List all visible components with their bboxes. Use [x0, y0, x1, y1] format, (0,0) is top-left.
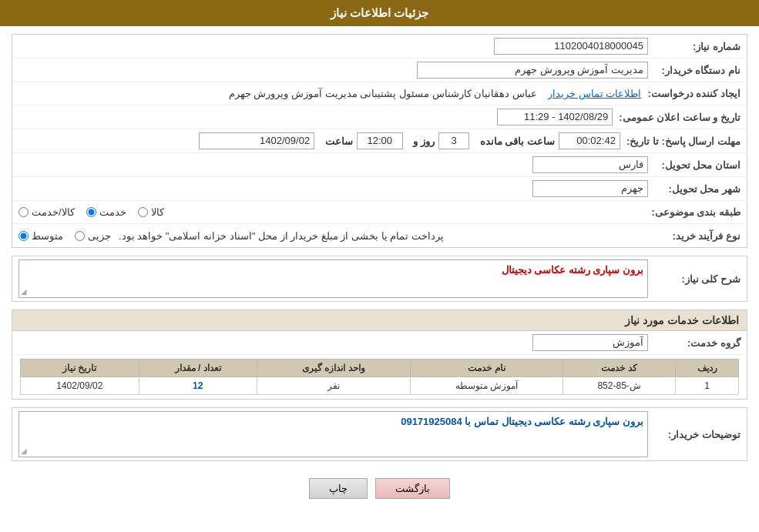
category-khadamat-radio[interactable] [86, 207, 96, 217]
need-desc-box: برون سپاری رشته عکاسی دیجیتال ◢ [18, 259, 648, 298]
province-row: استان محل تحویل: فارس [12, 153, 747, 177]
buyer-notes-section: توضیحات خریدار: برون سپاری رشته عکاسی دی… [12, 407, 747, 461]
response-time-value: 12:00 [368, 135, 393, 146]
category-label: طبقه بندی موضوعی: [645, 206, 741, 218]
buyer-notes-row: توضیحات خریدار: برون سپاری رشته عکاسی دی… [12, 408, 747, 460]
purchase-jozi-item[interactable]: جزیی [75, 230, 111, 242]
services-table-head: ردیف کد خدمت نام خدمت واحد اندازه گیری ت… [21, 360, 739, 377]
buyer-org-value-cell: مدیریت آموزش وپرورش جهرم [18, 62, 648, 79]
need-number-value-cell: 1102004018000045 [18, 38, 648, 55]
remaining-time-value: 00:02:42 [576, 135, 616, 146]
need-number-input[interactable]: 1102004018000045 [494, 38, 648, 55]
service-group-label: گروه خدمت: [648, 337, 741, 349]
resize-handle-icon: ◢ [21, 287, 27, 296]
announcement-label: تاریخ و ساعت اعلان عمومی: [613, 112, 741, 123]
purchase-radio-group: جزیی متوسط [18, 230, 111, 242]
page-title: جزئیات اطلاعات نیاز [331, 6, 428, 19]
purchase-jozi-radio[interactable] [75, 231, 85, 241]
purchase-motevaset-label: متوسط [32, 230, 63, 242]
category-kala-radio[interactable] [138, 207, 148, 217]
province-value: فارس [619, 159, 643, 170]
creator-contact-link[interactable]: اطلاعات تماس خریدار [548, 88, 641, 99]
response-deadline-label: مهلت ارسال پاسخ: تا تاریخ: [620, 136, 741, 147]
response-time-label: ساعت [325, 136, 353, 147]
buyer-notes-box: برون سپاری رشته عکاسی دیجیتال تماس با 09… [18, 411, 648, 457]
row-code: ش-85-852 [563, 377, 676, 395]
category-value-cell: کالا خدمت کالا/خدمت [18, 206, 645, 218]
category-khadamat-item[interactable]: خدمت [86, 206, 126, 218]
category-kala-khadamat-label: کالا/خدمت [32, 206, 75, 218]
response-days-value: 3 [451, 135, 456, 146]
category-kala-khadamat-radio[interactable] [18, 207, 29, 217]
announcement-row: تاریخ و ساعت اعلان عمومی: 1402/08/29 - 1… [12, 105, 747, 129]
city-label: شهر محل تحویل: [648, 183, 741, 195]
col-header-code: کد خدمت [563, 360, 676, 377]
province-label: استان محل تحویل: [648, 159, 741, 171]
category-radio-group: کالا خدمت کالا/خدمت [18, 206, 645, 218]
services-table-header-row: ردیف کد خدمت نام خدمت واحد اندازه گیری ت… [21, 360, 739, 377]
creator-label: ایجاد کننده درخواست: [641, 88, 741, 99]
buyer-notes-value: برون سپاری رشته عکاسی دیجیتال تماس با 09… [401, 416, 643, 427]
response-deadline-value-cell: 00:02:42 ساعت باقی مانده 3 روز و 12:00 س… [18, 132, 620, 149]
creator-value-cell: اطلاعات تماس خریدار عباس دهقانیان کارشنا… [18, 88, 641, 99]
row-quantity: 12 [139, 377, 257, 395]
city-input: جهرم [532, 180, 648, 197]
response-days-label: روز و [413, 136, 435, 147]
city-value: جهرم [621, 182, 643, 194]
city-row: شهر محل تحویل: جهرم [12, 177, 747, 201]
response-days-input: 3 [438, 132, 469, 149]
row-unit: نفر [257, 377, 411, 395]
category-kala-item[interactable]: کالا [138, 206, 164, 218]
row-date: 1402/09/02 [21, 377, 139, 395]
creator-row: ایجاد کننده درخواست: اطلاعات تماس خریدار… [12, 82, 747, 105]
row-number: 1 [676, 377, 739, 395]
need-desc-label: شرح کلی نیاز: [648, 273, 741, 285]
need-desc-row: شرح کلی نیاز: برون سپاری رشته عکاسی دیجی… [12, 256, 747, 301]
announcement-value: 1402/08/29 - 11:29 [524, 111, 608, 122]
purchase-note: پرداخت تمام یا بخشی از مبلغ خریدار از مح… [119, 230, 444, 242]
need-desc-value: برون سپاری رشته عکاسی دیجیتال [502, 264, 643, 276]
need-description-section: شرح کلی نیاز: برون سپاری رشته عکاسی دیجی… [12, 256, 747, 302]
back-button[interactable]: بازگشت [375, 478, 450, 499]
purchase-motevaset-radio[interactable] [18, 231, 29, 241]
category-khadamat-label: خدمت [99, 206, 126, 218]
deadline-multi-col: 00:02:42 ساعت باقی مانده 3 روز و 12:00 س… [18, 132, 620, 149]
resize-handle-2-icon: ◢ [21, 447, 27, 455]
response-deadline-row: مهلت ارسال پاسخ: تا تاریخ: 00:02:42 ساعت… [12, 129, 747, 153]
remaining-time-input: 00:02:42 [559, 132, 620, 149]
city-value-cell: جهرم [18, 180, 648, 197]
response-time-input: 12:00 [357, 132, 403, 149]
category-row: طبقه بندی موضوعی: کالا خدمت کالا/خدمت [12, 201, 747, 224]
announcement-input: 1402/08/29 - 11:29 [497, 109, 613, 125]
response-date-value: 1402/09/02 [260, 135, 310, 146]
services-section-title: اطلاعات خدمات مورد نیاز [12, 310, 747, 331]
creator-value: عباس دهقانیان کارشناس مسئول پشتیبانی مدی… [229, 88, 537, 99]
col-header-quantity: تعداد / مقدار [139, 360, 257, 377]
announcement-value-cell: 1402/08/29 - 11:29 [18, 109, 613, 125]
buyer-notes-label: توضیحات خریدار: [648, 429, 741, 440]
services-table: ردیف کد خدمت نام خدمت واحد اندازه گیری ت… [20, 359, 739, 395]
need-number-value: 1102004018000045 [554, 40, 643, 52]
buyer-notes-value-cell: برون سپاری رشته عکاسی دیجیتال تماس با 09… [18, 411, 648, 457]
province-value-cell: فارس [18, 156, 648, 173]
purchase-type-value-cell: پرداخت تمام یا بخشی از مبلغ خریدار از مح… [18, 230, 648, 242]
category-kala-khadamat-item[interactable]: کالا/خدمت [18, 206, 75, 218]
col-header-unit: واحد اندازه گیری [257, 360, 411, 377]
print-button[interactable]: چاپ [309, 478, 368, 499]
service-group-value: آموزش [613, 336, 643, 348]
remaining-time-label: ساعت باقی مانده [480, 136, 555, 147]
service-group-value-cell: آموزش [18, 334, 648, 351]
need-desc-value-cell: برون سپاری رشته عکاسی دیجیتال ◢ [18, 259, 648, 298]
province-input: فارس [532, 156, 648, 173]
purchase-motevaset-item[interactable]: متوسط [18, 230, 63, 242]
services-table-container: ردیف کد خدمت نام خدمت واحد اندازه گیری ت… [12, 355, 747, 399]
category-kala-label: کالا [151, 206, 164, 218]
buyer-org-input: مدیریت آموزش وپرورش جهرم [417, 62, 648, 79]
services-table-body: 1 ش-85-852 آموزش متوسطه نفر 12 1402/09/0… [21, 377, 739, 395]
buyer-org-value: مدیریت آموزش وپرورش جهرم [515, 64, 643, 75]
purchase-type-row: نوع فرآیند خرید: پرداخت تمام یا بخشی از … [12, 224, 747, 247]
col-header-row: ردیف [676, 360, 739, 377]
main-info-section: شماره نیاز: 1102004018000045 نام دستگاه … [12, 34, 747, 248]
buyer-org-row: نام دستگاه خریدار: مدیریت آموزش وپرورش ج… [12, 59, 747, 82]
page-wrapper: جزئیات اطلاعات نیاز شماره نیاز: 11020040… [0, 0, 759, 532]
